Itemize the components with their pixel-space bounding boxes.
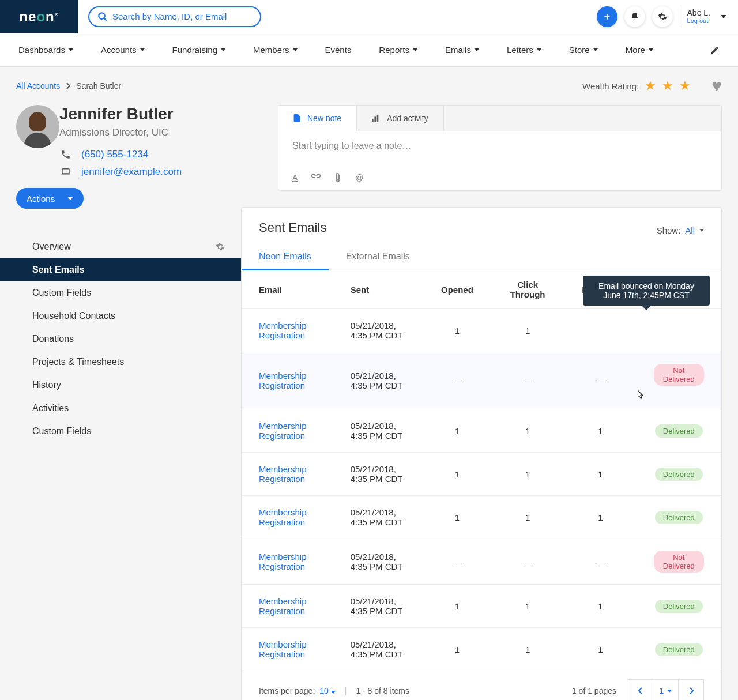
bounced-cell: — bbox=[564, 539, 636, 585]
attachment-button[interactable] bbox=[334, 173, 341, 182]
col-click[interactable]: Click Through bbox=[491, 270, 564, 309]
next-page-button[interactable] bbox=[679, 679, 704, 700]
favorite-button[interactable]: ♥ bbox=[711, 76, 722, 96]
note-input[interactable]: Start typing to leave a note… bbox=[278, 131, 721, 173]
nav-events[interactable]: Events bbox=[325, 45, 352, 55]
status-badge[interactable]: Not Delivered bbox=[654, 364, 705, 386]
user-menu[interactable]: Abe L. Log out bbox=[687, 9, 710, 24]
nav-store[interactable]: Store bbox=[569, 45, 598, 55]
bounced-cell: 1 bbox=[564, 409, 636, 453]
nav-fundraising[interactable]: Fundraising bbox=[172, 45, 225, 55]
nav-emails[interactable]: Emails bbox=[445, 45, 479, 55]
profile-title: Admissions Director, UIC bbox=[59, 127, 182, 138]
sidenav-custom-fields-2[interactable]: Custom Fields bbox=[0, 420, 241, 443]
chevron-right-icon bbox=[66, 82, 70, 89]
breadcrumb-root[interactable]: All Accounts bbox=[16, 81, 60, 91]
status-tooltip: Email bounced on Monday June 17th, 2:45P… bbox=[583, 276, 710, 306]
add-button[interactable] bbox=[597, 6, 617, 27]
search-input[interactable] bbox=[112, 12, 252, 21]
tab-add-activity[interactable]: Add activity bbox=[357, 106, 444, 131]
table-row[interactable]: Membership Registration05/21/2018, 4:35 … bbox=[242, 453, 721, 496]
sidenav-custom-fields[interactable]: Custom Fields bbox=[0, 281, 241, 304]
sidenav-overview[interactable]: Overview bbox=[0, 235, 241, 258]
profile-email[interactable]: jennifer@example.com bbox=[81, 166, 182, 178]
ipp-select[interactable]: 10 bbox=[319, 686, 335, 695]
tab-external-emails[interactable]: External Emails bbox=[329, 244, 427, 270]
sent-emails-card: Sent Emails Show: All Neon Emails Extern… bbox=[241, 207, 722, 700]
table-row[interactable]: Membership Registration05/21/2018, 4:35 … bbox=[242, 352, 721, 409]
opened-cell: — bbox=[424, 352, 491, 409]
sent-cell: 05/21/2018, 4:35 PM CDT bbox=[333, 309, 424, 352]
opened-cell: 1 bbox=[424, 496, 491, 539]
table-row[interactable]: Membership Registration05/21/2018, 4:35 … bbox=[242, 409, 721, 453]
click-cell: — bbox=[491, 352, 564, 409]
link-button[interactable] bbox=[311, 173, 321, 182]
col-sent[interactable]: Sent bbox=[333, 270, 424, 309]
email-link[interactable]: Membership Registration bbox=[259, 371, 307, 390]
main-nav: Dashboards Accounts Fundraising Members … bbox=[0, 33, 738, 67]
status-badge[interactable]: Delivered bbox=[655, 468, 703, 481]
nav-letters[interactable]: Letters bbox=[507, 45, 541, 55]
col-opened[interactable]: Opened bbox=[424, 270, 491, 309]
edit-nav-button[interactable] bbox=[710, 46, 720, 55]
opened-cell: 1 bbox=[424, 453, 491, 496]
col-email[interactable]: Email bbox=[242, 270, 333, 309]
prev-page-button[interactable] bbox=[628, 679, 653, 700]
nav-members[interactable]: Members bbox=[253, 45, 298, 55]
nav-more[interactable]: More bbox=[626, 45, 653, 55]
global-search[interactable] bbox=[88, 6, 261, 27]
table-row[interactable]: Membership Registration05/21/2018, 4:35 … bbox=[242, 628, 721, 671]
logout-link[interactable]: Log out bbox=[687, 17, 709, 24]
nav-dashboards[interactable]: Dashboards bbox=[18, 45, 73, 55]
text-format-button[interactable]: A bbox=[292, 173, 298, 182]
email-link[interactable]: Membership Registration bbox=[259, 507, 307, 527]
sidenav-sent-emails[interactable]: Sent Emails bbox=[0, 258, 241, 281]
status-badge[interactable]: Not Delivered bbox=[654, 551, 705, 573]
bounced-cell: 1 bbox=[564, 585, 636, 628]
bounced-cell: — bbox=[564, 352, 636, 409]
caret-down-icon[interactable] bbox=[721, 15, 726, 18]
email-link[interactable]: Membership Registration bbox=[259, 639, 307, 659]
sidenav-label: Sent Emails bbox=[32, 265, 85, 275]
sidenav-donations[interactable]: Donations bbox=[0, 328, 241, 351]
status-badge[interactable]: Delivered bbox=[655, 511, 703, 524]
avatar[interactable] bbox=[16, 105, 59, 148]
sidenav-household-contacts[interactable]: Household Contacts bbox=[0, 304, 241, 328]
nav-accounts[interactable]: Accounts bbox=[101, 45, 145, 55]
email-link[interactable]: Membership Registration bbox=[259, 464, 307, 484]
email-link[interactable]: Membership Registration bbox=[259, 321, 307, 340]
status-badge[interactable]: Delivered bbox=[655, 600, 703, 613]
status-badge[interactable]: Delivered bbox=[655, 643, 703, 656]
gear-icon[interactable] bbox=[216, 242, 225, 251]
status-badge[interactable]: Delivered bbox=[655, 424, 703, 438]
table-row[interactable]: Membership Registration05/21/2018, 4:35 … bbox=[242, 585, 721, 628]
svg-rect-7 bbox=[377, 115, 379, 122]
email-link[interactable]: Membership Registration bbox=[259, 552, 307, 571]
show-filter[interactable]: Show: All bbox=[657, 225, 704, 235]
svg-line-1 bbox=[104, 18, 107, 21]
cursor-icon bbox=[637, 389, 646, 401]
tab-new-note[interactable]: New note bbox=[278, 106, 357, 131]
email-link[interactable]: Membership Registration bbox=[259, 596, 307, 616]
page-select[interactable]: 1 bbox=[653, 679, 679, 700]
table-row[interactable]: Membership Registration05/21/2018, 4:35 … bbox=[242, 539, 721, 585]
sidenav-history[interactable]: History bbox=[0, 374, 241, 397]
table-row[interactable]: Membership Registration05/21/2018, 4:35 … bbox=[242, 496, 721, 539]
mention-button[interactable]: @ bbox=[355, 173, 363, 182]
settings-button[interactable] bbox=[652, 6, 673, 27]
brand-logo[interactable]: neon® bbox=[0, 0, 78, 33]
table-row[interactable]: Membership Registration05/21/2018, 4:35 … bbox=[242, 309, 721, 352]
sidenav-projects-timesheets[interactable]: Projects & Timesheets bbox=[0, 351, 241, 374]
nav-reports[interactable]: Reports bbox=[379, 45, 417, 55]
profile-phone[interactable]: (650) 555-1234 bbox=[81, 149, 148, 160]
tab-neon-emails[interactable]: Neon Emails bbox=[242, 244, 329, 270]
range-text: 1 - 8 of 8 items bbox=[356, 686, 409, 695]
actions-button[interactable]: Actions bbox=[16, 188, 84, 209]
sidenav-label: Custom Fields bbox=[32, 288, 91, 298]
email-link[interactable]: Membership Registration bbox=[259, 421, 307, 441]
click-cell: 1 bbox=[491, 628, 564, 671]
notifications-button[interactable] bbox=[624, 6, 645, 27]
bounced-cell bbox=[564, 309, 636, 352]
opened-cell: 1 bbox=[424, 409, 491, 453]
sidenav-activities[interactable]: Activities bbox=[0, 397, 241, 420]
